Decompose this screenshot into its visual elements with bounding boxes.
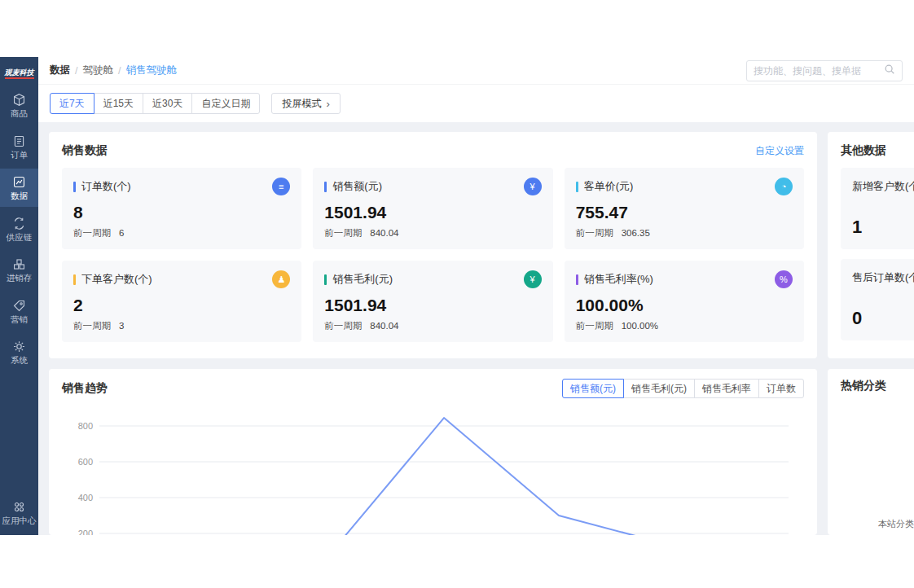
other-data-panel: 其他数据 新增客户数(个) 1 售后订单数(个) 0: [828, 132, 914, 358]
stat-card-gross-profit: 销售毛利(元) ¥ 1501.94 前一周期840.04: [313, 261, 552, 342]
order-doc-icon: [12, 134, 26, 148]
sidebar-item-label: 数据: [11, 191, 28, 201]
search-input[interactable]: [754, 65, 884, 77]
metric-tab-sales-amount[interactable]: 销售额(元): [562, 379, 624, 398]
search-icon[interactable]: [884, 64, 895, 78]
goods-box-icon: [12, 93, 26, 107]
card-accent-bar: [324, 274, 327, 285]
filter-bar: 近7天 近15天 近30天 自定义日期 投屏模式 ›: [38, 85, 914, 122]
metric-tab-gross-profit[interactable]: 销售毛利(元): [623, 379, 695, 398]
supply-chain-icon: [12, 217, 26, 230]
prev-period-label: 前一周期: [576, 228, 613, 238]
date-tab-last7[interactable]: 近7天: [50, 93, 94, 114]
sidebar-item-system[interactable]: 系统: [0, 333, 38, 371]
chevron-right-icon: ›: [326, 98, 329, 110]
breadcrumb-item-data[interactable]: 数据: [50, 64, 70, 77]
card-accent-bar: [576, 274, 578, 285]
app-logo-text: 观麦科技: [5, 68, 34, 79]
sidebar-item-supply-chain[interactable]: 供应链: [0, 210, 38, 248]
sidebar-item-label: 进销存: [7, 274, 33, 283]
date-tab-last30[interactable]: 近30天: [143, 93, 192, 114]
sidebar-item-label: 系统: [11, 356, 28, 366]
stat-card-new-customers: 新增客户数(个) 1: [841, 168, 914, 249]
sales-trend-title: 销售趋势: [62, 381, 108, 396]
trend-line-chart: 800600400200: [62, 405, 799, 535]
data-chart-icon: [12, 175, 26, 189]
avg-price-icon: ◔: [775, 178, 793, 195]
sidebar-item-label: 应用中心: [2, 516, 37, 526]
metric-tab-profit-rate[interactable]: 销售毛利率: [694, 379, 759, 398]
prev-period-label: 前一周期: [73, 228, 111, 238]
breadcrumb: 数据 / 驾驶舱 / 销售驾驶舱: [50, 64, 177, 77]
right-column: 其他数据 新增客户数(个) 1 售后订单数(个) 0: [828, 132, 914, 535]
customize-settings-link[interactable]: 自定义设置: [755, 144, 804, 158]
sidebar-item-label: 供应链: [7, 233, 33, 243]
prev-period-label: 前一周期: [324, 321, 362, 331]
stat-label: 售后订单数(个): [852, 270, 914, 285]
stat-label: 销售毛利率(%): [584, 272, 653, 287]
percent-icon: %: [775, 270, 793, 288]
stat-label: 订单数(个): [81, 179, 131, 194]
prev-period-label: 前一周期: [324, 228, 362, 238]
hot-panel-corner-note: 本站分类: [878, 518, 914, 530]
stat-label: 销售毛利(元): [332, 272, 393, 287]
content-area: 销售数据 自定义设置 订单数(个) ≡ 8 前: [38, 122, 914, 535]
sidebar-item-label: 订单: [11, 151, 28, 160]
sidebar-item-app-center[interactable]: 应用中心: [0, 494, 38, 532]
yen-icon: ¥: [524, 178, 542, 195]
stat-card-avg-price: 客单价(元) ◔ 755.47 前一周期306.35: [565, 168, 804, 249]
stat-value: 2: [73, 296, 290, 315]
app-center-icon: [12, 500, 26, 514]
inventory-icon: [12, 257, 26, 271]
prev-period-label: 前一周期: [576, 321, 613, 331]
stat-value: 8: [73, 203, 290, 222]
stat-value: 0: [852, 308, 914, 329]
stat-label: 新增客户数(个): [852, 179, 914, 194]
sidebar-item-data[interactable]: 数据: [0, 169, 38, 207]
profit-icon: ¥: [524, 270, 542, 288]
screen: 观麦科技 商品 订单 数据: [0, 0, 914, 588]
stat-value: 755.47: [576, 203, 793, 222]
left-column: 销售数据 自定义设置 订单数(个) ≡ 8 前: [49, 132, 817, 535]
stat-value: 1501.94: [324, 296, 541, 315]
prev-period-value: 306.35: [622, 228, 650, 238]
global-search: [746, 60, 903, 81]
stat-card-sales-amount: 销售额(元) ¥ 1501.94 前一周期840.04: [313, 168, 552, 249]
breadcrumb-item-sales-cockpit[interactable]: 销售驾驶舱: [125, 64, 177, 77]
cast-mode-button[interactable]: 投屏模式 ›: [271, 93, 340, 114]
card-accent-bar: [324, 182, 327, 192]
app-logo[interactable]: 观麦科技: [0, 61, 38, 86]
sidebar-item-label: 商品: [11, 109, 28, 119]
date-tab-custom[interactable]: 自定义日期: [191, 93, 260, 114]
sidebar-item-marketing[interactable]: 营销: [0, 292, 38, 331]
date-tab-last15[interactable]: 近15天: [94, 93, 143, 114]
prev-period-value: 840.04: [370, 321, 398, 331]
breadcrumb-item-cockpit[interactable]: 驾驶舱: [82, 64, 113, 77]
stat-label: 客单价(元): [584, 179, 634, 194]
stat-value: 1501.94: [324, 203, 541, 222]
sales-data-title: 销售数据: [62, 143, 108, 158]
hot-categories-panel: 热销分类 本站分类: [828, 369, 914, 535]
sales-trend-panel: 销售趋势 销售额(元) 销售毛利(元) 销售毛利率 订单数 8006004002…: [49, 369, 817, 535]
stat-card-profit-rate: 销售毛利率(%) % 100.00% 前一周期100.00%: [565, 261, 804, 342]
svg-text:200: 200: [78, 529, 93, 535]
sidebar-spacer: [0, 375, 38, 494]
order-count-icon: ≡: [272, 178, 290, 195]
svg-text:800: 800: [78, 421, 93, 431]
stat-value: 100.00%: [576, 296, 793, 315]
sidebar-item-orders[interactable]: 订单: [0, 128, 38, 166]
card-accent-bar: [73, 182, 76, 192]
sidebar-item-label: 营销: [11, 315, 28, 325]
sidebar-item-goods[interactable]: 商品: [0, 86, 38, 125]
trend-chart-area: 800600400200: [62, 405, 804, 535]
stat-value: 1: [852, 217, 914, 238]
prev-period-value: 3: [119, 321, 124, 331]
stat-card-customer-count: 下单客户数(个) ♟ 2 前一周期3: [62, 261, 301, 342]
svg-text:600: 600: [78, 457, 93, 467]
prev-period-label: 前一周期: [73, 321, 111, 331]
sidebar-item-inventory[interactable]: 进销存: [0, 251, 38, 289]
stat-label: 下单客户数(个): [81, 272, 152, 287]
customer-icon: ♟: [272, 270, 290, 288]
metric-tab-order-count[interactable]: 订单数: [758, 379, 804, 398]
prev-period-value: 6: [119, 228, 124, 238]
